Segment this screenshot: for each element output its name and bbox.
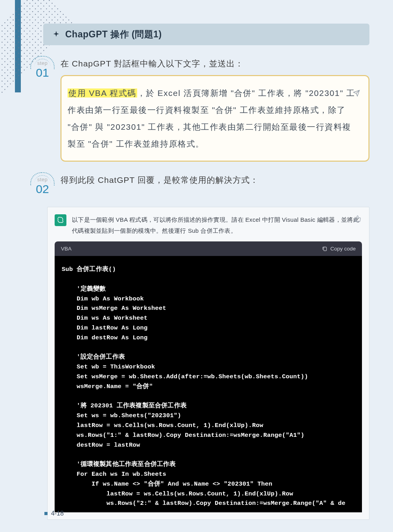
step-02: step 02 得到此段 ChatGPT 回覆，是較常使用的解決方式：: [31, 173, 369, 195]
copy-code-label: Copy code: [330, 246, 356, 252]
code-container: VBA Copy code Sub 合併工作表() '定義變數 Dim wb A…: [55, 241, 362, 512]
chatgpt-response-panel: 以下是一個範例 VBA 程式碼，可以將你所描述的操作實現。請在 Excel 中打…: [47, 207, 369, 520]
page-number: 4-18: [51, 510, 64, 517]
code-language-label: VBA: [61, 246, 72, 252]
page-footer: 4-18: [44, 510, 64, 517]
chatgpt-avatar: [55, 214, 66, 226]
footer-square-icon: [44, 512, 48, 515]
clipboard-icon: [322, 246, 327, 252]
copy-code-button[interactable]: Copy code: [322, 246, 356, 252]
send-icon[interactable]: [353, 85, 360, 92]
chat-header: 以下是一個範例 VBA 程式碼，可以將你所描述的操作實現。請在 Excel 中打…: [48, 207, 369, 242]
sidebar-tab: [15, 0, 21, 92]
page-content: ChapGPT 操作 (問題1) step 01 在 ChapGPT 對話框中輸…: [31, 24, 369, 520]
code-titlebar: VBA Copy code: [55, 241, 362, 256]
thumb-up-icon[interactable]: [354, 215, 361, 222]
section-header: ChapGPT 操作 (問題1): [43, 24, 369, 45]
step-01: step 01 在 ChapGPT 對話框中輸入以下文字，並送出： 使用 VBA…: [31, 57, 369, 162]
step-01-heading: 在 ChapGPT 對話框中輸入以下文字，並送出：: [61, 57, 369, 70]
prompt-highlight: 使用 VBA 程式碼: [68, 88, 137, 98]
prompt-box: 使用 VBA 程式碼，於 Excel 活頁簿新增 "合併" 工作表，將 "202…: [61, 75, 369, 162]
svg-rect-0: [324, 247, 327, 250]
step-badge-02: step 02: [31, 173, 53, 195]
step-badge-01: step 01: [31, 57, 53, 79]
sparkle-icon: [52, 30, 61, 39]
code-body: Sub 合併工作表() '定義變數 Dim wb As Workbook Dim…: [55, 256, 362, 512]
chat-response-text: 以下是一個範例 VBA 程式碼，可以將你所描述的操作實現。請在 Excel 中打…: [72, 214, 361, 236]
step-02-heading: 得到此段 ChatGPT 回覆，是較常使用的解決方式：: [61, 173, 369, 187]
section-title: ChapGPT 操作 (問題1): [65, 28, 162, 40]
